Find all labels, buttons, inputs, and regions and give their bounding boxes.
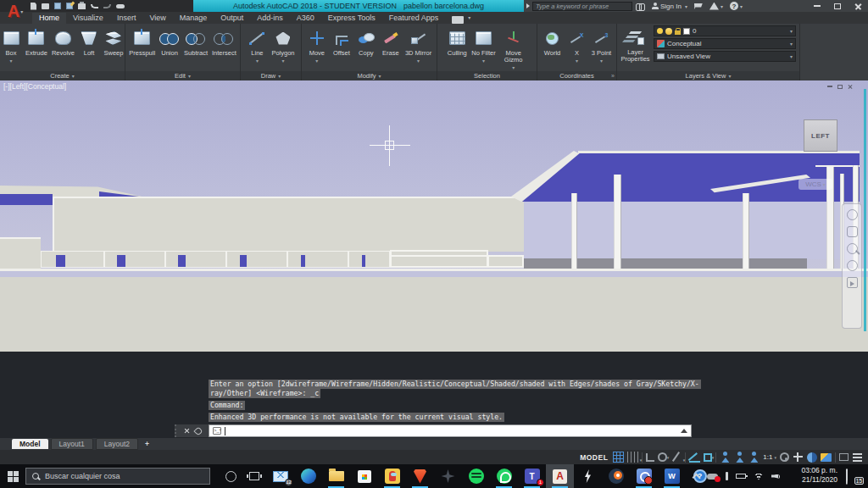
taskbar-spotify[interactable] (462, 464, 490, 488)
exchange-apps-button[interactable] (691, 0, 706, 12)
loft-tool[interactable]: Loft (78, 26, 100, 57)
panel-label-edit[interactable]: Edit (125, 71, 240, 80)
drawing-close-icon[interactable] (848, 84, 853, 89)
copy-tool[interactable]: Copy (355, 26, 377, 57)
taskbar-whatsapp[interactable] (490, 464, 518, 488)
annotation-scale-value[interactable]: 1:1 (763, 453, 776, 461)
onedrive-error-icon[interactable] (707, 474, 718, 480)
save-as-icon[interactable] (66, 3, 73, 9)
layer-dropdown[interactable]: 0 (654, 25, 796, 36)
tab-visualize[interactable]: Visualize (66, 13, 110, 24)
taskbar-among-us[interactable] (378, 464, 406, 488)
panel-label-layers-view[interactable]: Layers & View (617, 71, 799, 80)
new-file-icon[interactable] (31, 3, 36, 10)
taskbar-clock[interactable]: 03:06 p. m. 21/11/2020 (785, 466, 837, 485)
viewcube[interactable]: LEFT (804, 119, 837, 152)
object-snap-tracking-icon[interactable] (689, 452, 700, 463)
panel-label-selection[interactable]: Selection (437, 71, 537, 80)
orbit-icon[interactable] (847, 260, 858, 271)
action-center-button[interactable]: 15 (846, 469, 861, 483)
grid-display-icon[interactable] (613, 452, 624, 463)
taskbar-recorder[interactable] (630, 464, 658, 488)
new-layout-button[interactable]: + (141, 439, 153, 449)
taskbar-teams[interactable]: T1 (518, 464, 546, 488)
maximize-button[interactable] (827, 0, 848, 12)
taskbar-blender[interactable] (602, 464, 630, 488)
taskbar-search[interactable]: Buscar cualquier cosa (25, 468, 210, 485)
command-input[interactable]: >_ (209, 424, 692, 437)
move-gizmo-tool[interactable]: Move Gizmo (499, 26, 528, 70)
infocenter-flyout-icon[interactable] (526, 3, 530, 8)
offset-tool[interactable]: Offset (331, 26, 353, 57)
tab-home[interactable]: Home (32, 13, 66, 24)
isolate-objects-icon[interactable] (839, 453, 849, 461)
ucs-x-tool[interactable]: XX (566, 26, 588, 64)
infocenter-search-button[interactable] (632, 0, 648, 12)
sweep-tool[interactable]: Sweep (103, 26, 125, 57)
taskbar-store[interactable] (350, 464, 378, 488)
erase-tool[interactable]: Erase (380, 26, 402, 57)
tab-view[interactable]: View (142, 13, 172, 24)
save-icon[interactable] (54, 3, 61, 9)
taskbar-word[interactable]: W (658, 464, 686, 488)
a360-button[interactable] (706, 0, 726, 12)
battery-icon[interactable] (736, 474, 746, 479)
panel-label-create[interactable]: Create (0, 71, 125, 80)
clean-screen-icon[interactable] (807, 452, 817, 463)
infocenter-search-input[interactable] (532, 2, 632, 11)
panel-label-modify[interactable]: Modify (302, 71, 437, 80)
tab-manage[interactable]: Manage (173, 13, 214, 24)
wifi-icon[interactable] (754, 473, 764, 480)
tab-layout2[interactable]: Layout2 (96, 438, 138, 450)
showmotion-icon[interactable] (847, 277, 858, 288)
taskbar-mail[interactable]: 12 (266, 464, 294, 488)
world-ucs-tool[interactable]: World (542, 26, 564, 57)
taskbar-edge[interactable] (294, 464, 322, 488)
object-snap-icon[interactable] (704, 453, 712, 462)
plot-icon[interactable] (78, 3, 86, 9)
culling-tool[interactable]: Culling (446, 26, 468, 57)
command-history-toggle-icon[interactable] (681, 429, 687, 433)
tab-express-tools[interactable]: Express Tools (321, 13, 382, 24)
panel-label-coordinates[interactable]: Coordinates» (537, 71, 616, 80)
pan-icon[interactable] (847, 226, 858, 237)
box-tool[interactable]: Box (0, 26, 22, 64)
tab-layout1[interactable]: Layout1 (51, 438, 93, 450)
application-menu-button[interactable]: A (2, 0, 29, 23)
tray-expand-icon[interactable] (693, 474, 701, 482)
customization-menu-icon[interactable] (852, 452, 863, 463)
taskbar-brave[interactable] (406, 464, 434, 488)
workspace-switching-icon[interactable] (780, 452, 789, 462)
drawing-area[interactable]: [-][Left][Conceptual] (0, 80, 868, 352)
ribbon-display-toggle[interactable] (452, 16, 464, 24)
polygon-tool[interactable]: Polygon (270, 26, 295, 64)
view-dropdown[interactable]: Unsaved View (654, 51, 796, 62)
tab-a360[interactable]: A360 (290, 13, 321, 24)
close-button[interactable] (848, 0, 868, 12)
viewport-controls-label[interactable]: [-][Left][Conceptual] (3, 82, 66, 91)
command-close-icon[interactable] (184, 428, 190, 434)
usb-device-icon[interactable] (726, 472, 728, 480)
line-tool[interactable]: Line (246, 26, 268, 64)
visual-style-dropdown[interactable]: Conceptual (654, 38, 796, 49)
revolve-tool[interactable]: Revolve (51, 26, 75, 57)
layer-properties-tool[interactable]: Layer Properties (620, 25, 650, 71)
isodraft-icon[interactable] (670, 452, 682, 463)
tab-addins[interactable]: Add-ins (250, 13, 290, 24)
ucs-3point-tool[interactable]: 33 Point (591, 26, 613, 64)
model-space-button[interactable]: MODEL (580, 453, 608, 462)
taskbar-explorer[interactable] (322, 464, 350, 488)
steering-wheel-icon[interactable] (847, 209, 858, 220)
command-prompt-icon[interactable]: >_ (213, 427, 221, 435)
a360-sync-icon[interactable] (116, 4, 125, 8)
volume-icon[interactable] (771, 473, 780, 480)
panel-label-draw[interactable]: Draw (241, 71, 301, 80)
annotation-visibility-icon[interactable] (720, 452, 731, 463)
union-tool[interactable]: Union (159, 26, 181, 57)
ortho-mode-icon[interactable] (646, 453, 654, 462)
graphics-performance-icon[interactable] (821, 453, 832, 462)
no-filter-tool[interactable]: No Filter (470, 26, 496, 64)
redo-icon[interactable] (103, 4, 111, 8)
minimize-button[interactable] (807, 0, 827, 12)
taskbar-autocad[interactable]: A (546, 464, 574, 488)
